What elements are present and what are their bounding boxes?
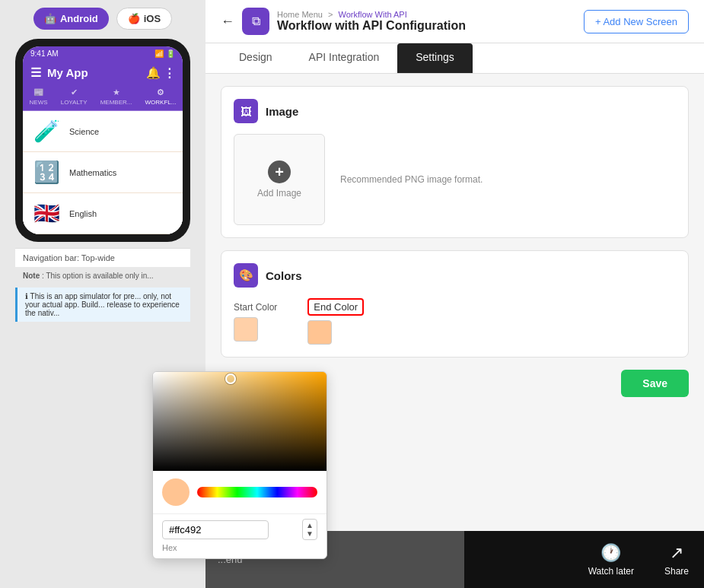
nav-label-member: MEMBER...	[100, 99, 132, 106]
start-color-swatch-row	[234, 317, 277, 342]
colors-section-header: 🎨 Colors	[234, 263, 676, 288]
gradient-handle[interactable]	[225, 373, 236, 384]
phone-nav: 📰 NEWS ✔ LOYALTY ★ MEMBER... ⚙ WORKFL...	[23, 84, 183, 111]
image-section-title: Image	[266, 105, 298, 118]
tab-settings-label: Settings	[416, 51, 454, 63]
color-gradient-area[interactable]	[153, 372, 327, 471]
phone-time: 9:41 AM	[30, 49, 59, 58]
tab-design-label: Design	[239, 51, 272, 63]
add-screen-label: + Add New Screen	[595, 16, 677, 27]
nav-item-workfl[interactable]: ⚙ WORKFL...	[145, 87, 177, 106]
start-color-swatch[interactable]	[234, 317, 258, 342]
nav-item-loyalty[interactable]: ✔ LOYALTY	[61, 87, 88, 106]
android-icon: 🤖	[44, 13, 56, 24]
platform-tabs: 🤖 Android 🍎 iOS	[33, 8, 172, 30]
note-bold: Note	[23, 272, 40, 280]
math-label: Mathematics	[69, 168, 116, 177]
subject-science[interactable]: 🧪 Science	[23, 111, 183, 152]
android-label: Android	[60, 13, 98, 24]
phone-header: ☰ My App 🔔 ⋮	[23, 61, 183, 84]
page-title: Workflow with API Configuration	[277, 19, 466, 33]
share-item[interactable]: ↗ Share	[664, 543, 689, 577]
info-text: ℹ This is an app simulator for pre... on…	[25, 292, 180, 317]
english-label: English	[69, 209, 97, 218]
android-tab[interactable]: 🤖 Android	[33, 8, 109, 30]
color-picker-popup: ▲▼ Hex	[152, 371, 327, 559]
nav-label-workfl: WORKFL...	[145, 99, 177, 106]
nav-bar-label: Navigation bar: Top-wide	[15, 248, 190, 267]
hex-arrows[interactable]: ▲▼	[302, 519, 317, 540]
note-text: : This option is available only in...	[42, 272, 154, 280]
science-icon: 🧪	[33, 119, 60, 144]
add-image-button[interactable]: + Add Image	[234, 134, 325, 225]
image-hint: Recommended PNG image format.	[340, 174, 483, 185]
tab-settings[interactable]: Settings	[397, 43, 473, 73]
breadcrumb: Home Menu > Workflow With API	[277, 10, 466, 19]
right-header: ← ⧉ Home Menu > Workflow With API Workfl…	[205, 0, 704, 43]
tab-api[interactable]: API Integration	[291, 43, 398, 73]
app-title: My App	[47, 66, 88, 79]
hex-row: ▲▼	[153, 513, 327, 543]
start-color-label: Start Color	[234, 302, 277, 313]
subject-english[interactable]: 🇬🇧 English	[23, 193, 183, 234]
add-image-label: Add Image	[257, 188, 301, 199]
tab-design[interactable]: Design	[221, 43, 291, 73]
member-icon: ★	[113, 87, 120, 97]
colors-section-title: Colors	[266, 269, 302, 282]
tabs-row: Design API Integration Settings	[205, 43, 704, 74]
save-button[interactable]: Save	[621, 370, 689, 397]
note-section: Note : This option is available only in.…	[15, 267, 190, 284]
workfl-icon: ⚙	[157, 87, 164, 97]
watch-later-label: Watch later	[588, 566, 634, 577]
math-icon: 🔢	[33, 160, 60, 185]
english-icon: 🇬🇧	[33, 201, 60, 226]
nav-item-member[interactable]: ★ MEMBER...	[100, 87, 132, 106]
info-box: ℹ This is an app simulator for pre... on…	[15, 288, 190, 322]
notification-icon: 🔔 ⋮	[146, 66, 175, 80]
watch-later-item[interactable]: 🕐 Watch later	[588, 543, 634, 577]
screen-icon: ⧉	[242, 8, 269, 35]
tab-api-label: API Integration	[309, 51, 380, 63]
back-button[interactable]: ←	[221, 14, 234, 30]
breadcrumb-text: Home Menu > Workflow With API Workflow w…	[277, 10, 466, 33]
color-controls	[153, 471, 327, 513]
nav-label-news: NEWS	[30, 99, 48, 106]
phone-content: 🧪 Science 🔢 Mathematics 🇬🇧 English	[23, 111, 183, 234]
color-preview	[162, 478, 190, 506]
nav-label-loyalty: LOYALTY	[61, 99, 88, 106]
news-icon: 📰	[33, 87, 44, 97]
hex-input[interactable]	[162, 520, 269, 539]
phone-status-bar: 9:41 AM 📶 🔋	[23, 46, 183, 61]
hamburger-icon: ☰	[30, 65, 41, 80]
image-section: 🖼 Image + Add Image Recommended PNG imag…	[221, 86, 689, 238]
apple-icon: 🍎	[128, 13, 140, 24]
ios-tab[interactable]: 🍎 iOS	[116, 8, 172, 30]
breadcrumb-home: Home Menu	[277, 10, 323, 19]
breadcrumb-current: Workflow With API	[338, 10, 406, 19]
end-color-field: End Color	[307, 298, 364, 345]
start-color-field: Start Color	[234, 302, 277, 342]
image-upload-area: + Add Image Recommended PNG image format…	[234, 134, 676, 225]
plus-icon: +	[268, 161, 291, 183]
end-color-swatch[interactable]	[307, 320, 332, 345]
colors-section: 🎨 Colors Start Color End Color	[221, 250, 689, 358]
breadcrumb-section: ← ⧉ Home Menu > Workflow With API Workfl…	[221, 8, 466, 35]
watch-later-bar: 🕐 Watch later ↗ Share	[464, 531, 704, 588]
nav-item-news[interactable]: 📰 NEWS	[30, 87, 48, 106]
breadcrumb-sep: >	[328, 10, 335, 19]
ios-label: iOS	[144, 13, 161, 24]
watch-later-icon: 🕐	[600, 543, 621, 563]
add-screen-button[interactable]: + Add New Screen	[584, 10, 689, 33]
phone-mockup: 9:41 AM 📶 🔋 ☰ My App 🔔 ⋮ 📰 NEWS ✔	[15, 39, 190, 242]
colors-row: Start Color End Color	[234, 298, 676, 345]
phone-header-left: ☰ My App	[30, 65, 88, 80]
end-color-label[interactable]: End Color	[307, 298, 364, 316]
hex-label: Hex	[153, 543, 327, 558]
color-spectrum-bar[interactable]	[197, 487, 317, 497]
phone-screen: 9:41 AM 📶 🔋 ☰ My App 🔔 ⋮ 📰 NEWS ✔	[23, 46, 183, 234]
share-label: Share	[664, 566, 689, 577]
subject-math[interactable]: 🔢 Mathematics	[23, 152, 183, 193]
image-section-icon: 🖼	[234, 99, 258, 123]
phone-status-icons: 📶 🔋	[154, 49, 175, 58]
science-label: Science	[69, 127, 99, 136]
